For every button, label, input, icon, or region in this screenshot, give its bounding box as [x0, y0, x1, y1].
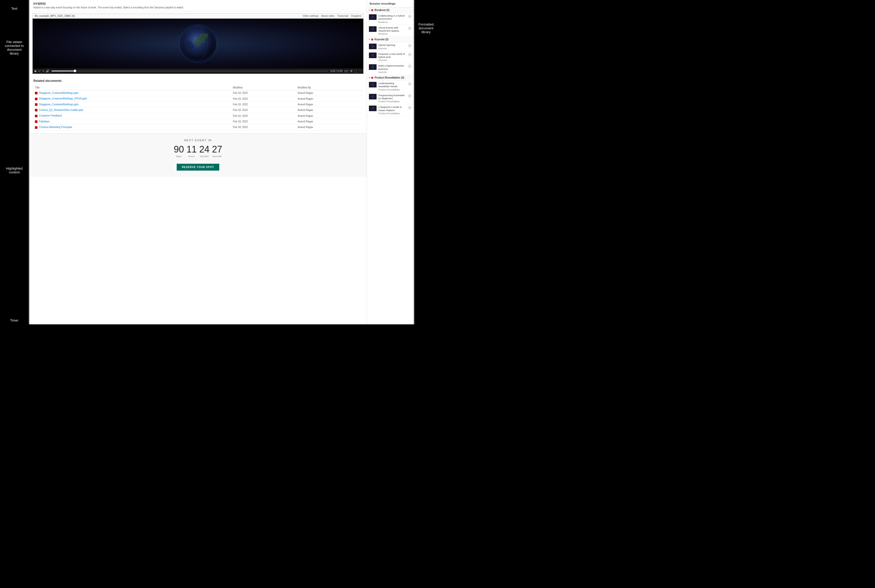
formatted-doc-library-label: Formatted document library: [415, 20, 438, 36]
related-docs-table: Title Modified Modified By Singapore_Cus…: [33, 85, 363, 130]
timer-seconds-label: seconds: [212, 155, 222, 158]
session-item-category: Keynote: [378, 47, 406, 50]
table-row[interactable]: Comms_Q1_ResearchDev-mobile.pptx Feb 18,…: [33, 107, 363, 113]
settings-button[interactable]: ⚙: [350, 69, 353, 73]
session-item-play-icon[interactable]: [408, 106, 412, 110]
video-progress-fill: [51, 70, 74, 71]
session-item-play-icon[interactable]: [408, 44, 412, 48]
related-docs-section: Related documents Title Modified Modifie…: [29, 76, 367, 134]
session-item-name: Virtual Events with SharePoint Spaces: [378, 26, 406, 33]
session-item[interactable]: Collaborating in a hybrid environment Br…: [367, 13, 414, 25]
session-item[interactable]: Virtual Events with SharePoint Spaces Br…: [367, 25, 414, 37]
session-item-category: Keynote: [378, 71, 406, 74]
video-bottom-bar: ▶ ↩ ↪ 🔊 0:02 / 0:30 CC ⚙ ⛶ ⋯: [33, 68, 363, 74]
about-video-btn[interactable]: About video: [321, 15, 335, 17]
captions-button[interactable]: CC: [345, 70, 349, 73]
doc-title-cell[interactable]: Comms_Q1_ResearchDev-mobile.pptx: [33, 107, 231, 113]
skip-forward-button[interactable]: ↪: [42, 69, 44, 73]
chevron-down-icon: ▾: [369, 76, 370, 79]
doc-modified-cell: Feb 18, 2022: [231, 107, 296, 113]
session-item[interactable]: Build a hyperconnected business Keynote: [367, 63, 414, 75]
group-dot-icon: [371, 9, 373, 11]
timer-seconds: 27 seconds: [212, 145, 222, 158]
session-item[interactable]: Empower a new world of hybrid work Keyno…: [367, 51, 414, 63]
col-modified-by: Modified By: [296, 85, 363, 90]
session-group-header[interactable]: ▾ Breakout (2): [367, 8, 414, 13]
session-thumb-inner: [372, 28, 374, 30]
reserve-button[interactable]: RESERVE YOUR SPOT: [177, 164, 219, 171]
svg-marker-34: [409, 107, 411, 108]
table-row[interactable]: Singapore_CustomerBriefings.pptx Feb 18,…: [33, 90, 363, 96]
timer-section: NEXT EVENT IN 90 days 11 hours 24 minute…: [29, 134, 367, 177]
session-item-play-icon[interactable]: [408, 14, 412, 18]
doc-icon: [35, 120, 37, 123]
group-label: Breakout (2): [375, 9, 389, 12]
session-item-category: Product Roundtables: [378, 100, 406, 103]
session-item-play-icon[interactable]: [408, 26, 412, 30]
session-item[interactable]: Understanding Newsletter Needs Product R…: [367, 81, 414, 93]
chapters-btn[interactable]: Chapters: [351, 15, 361, 17]
timer-days: 90 days: [174, 145, 184, 158]
session-thumbnail: [369, 106, 376, 111]
skip-back-button[interactable]: ↩: [38, 69, 40, 73]
timer-hours: 11 hours: [186, 145, 196, 158]
transcript-btn[interactable]: Transcript: [337, 15, 348, 17]
doc-title-cell[interactable]: Fabrikam: [33, 118, 231, 124]
play-button[interactable]: ▶: [34, 69, 37, 73]
doc-title-cell[interactable]: Singapore_CustomerBriefings.pptx: [33, 102, 231, 107]
left-sidebar: Text File viewer connected to document l…: [0, 0, 28, 324]
session-item-text: Virtual Events with SharePoint Spaces Br…: [378, 26, 406, 36]
timer-seconds-value: 27: [212, 145, 222, 154]
session-item-category: Breakout: [378, 21, 406, 24]
session-item-text: A Beginner's Guide to Power Platform Pro…: [378, 106, 406, 115]
video-frame[interactable]: [33, 19, 363, 68]
session-thumbnail: [369, 94, 376, 99]
doc-title-cell[interactable]: Contoso Marketing Principals: [33, 124, 231, 130]
video-settings-btn[interactable]: Video settings: [303, 15, 319, 17]
session-item-text: Understanding Newsletter Needs Product R…: [378, 82, 406, 91]
file-viewer-label: File viewer connected to document librar…: [0, 38, 28, 57]
session-item-category: Product Roundtables: [378, 88, 406, 91]
session-item-play-icon[interactable]: [408, 94, 412, 98]
table-row[interactable]: Singapore_CustomerBriefings.pptx Feb 18,…: [33, 102, 363, 107]
timer-minutes-label: minutes: [199, 155, 210, 158]
doc-modified-by-cell: Anand Ragav: [296, 102, 363, 107]
time-display: 0:02 / 0:30: [330, 70, 342, 72]
right-sidebar: Formatted document library: [415, 0, 438, 324]
fullscreen-button[interactable]: ⛶: [354, 70, 357, 73]
session-item-play-icon[interactable]: [408, 52, 412, 57]
session-item-name: Collaborating in a hybrid environment: [378, 14, 406, 21]
session-thumb-inner: [372, 95, 374, 98]
video-controls-left: ▶ ↩ ↪ 🔊: [34, 69, 49, 73]
session-item[interactable]: A Beginner's Guide to Power Platform Pro…: [367, 104, 414, 116]
doc-title-cell[interactable]: Customer Feedback: [33, 113, 231, 118]
volume-button[interactable]: 🔊: [46, 69, 49, 73]
session-group-header[interactable]: ▾ Product Roundtables (3): [367, 75, 414, 81]
doc-title-cell[interactable]: Singapore_CustomerBriefings_97616.pptx: [33, 96, 231, 102]
svg-marker-28: [409, 66, 411, 67]
doc-icon: [35, 103, 37, 106]
main-area: HYBRID Hybrid is a two-day event focusin…: [29, 0, 414, 324]
doc-modified-cell: Feb 18, 2022: [231, 113, 296, 118]
table-row[interactable]: Customer Feedback Feb 18, 2022 Anand Rag…: [33, 113, 363, 118]
table-row[interactable]: Singapore_CustomerBriefings_97616.pptx F…: [33, 96, 363, 102]
table-row[interactable]: Fabrikam Feb 18, 2022 Anand Ragav: [33, 118, 363, 124]
session-item-text: Collaborating in a hybrid environment Br…: [378, 14, 406, 24]
session-item[interactable]: Programming Essentials for Beginners Pro…: [367, 93, 414, 105]
svg-marker-24: [409, 45, 411, 46]
timer-minutes: 24 minutes: [199, 145, 210, 158]
session-item-play-icon[interactable]: [408, 82, 412, 86]
session-item-text: Build a hyperconnected business Keynote: [378, 64, 406, 74]
session-item-text: Programming Essentials for Beginners Pro…: [378, 94, 406, 103]
session-item[interactable]: Hybrid Opening Keynote: [367, 42, 414, 51]
timer-label: Timer: [0, 316, 28, 324]
doc-title-cell[interactable]: Singapore_CustomerBriefings.pptx: [33, 90, 231, 96]
center-content: HYBRID Hybrid is a two-day event focusin…: [29, 0, 367, 324]
doc-modified-cell: Feb 18, 2022: [231, 102, 296, 107]
table-row[interactable]: Contoso Marketing Principals Feb 18, 202…: [33, 124, 363, 130]
session-item-play-icon[interactable]: [408, 64, 412, 68]
page-header: HYBRID Hybrid is a two-day event focusin…: [29, 0, 367, 11]
more-button[interactable]: ⋯: [358, 69, 361, 73]
session-group-header[interactable]: ▾ Keynote (3): [367, 37, 414, 42]
video-progress-bar[interactable]: [51, 70, 328, 71]
